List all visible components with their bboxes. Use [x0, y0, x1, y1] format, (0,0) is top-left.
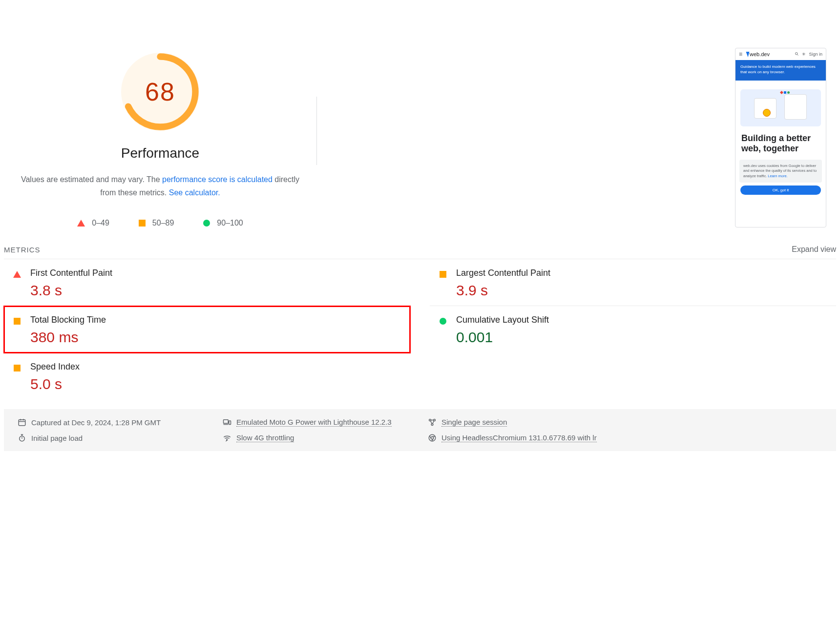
preview-banner: Guidance to build modern web experiences…	[735, 60, 826, 81]
metric-label: Total Blocking Time	[30, 315, 106, 325]
score-calc-link[interactable]: performance score is calculated	[162, 175, 273, 184]
footer-emulated[interactable]: Emulated Moto G Power with Lighthouse 12…	[223, 418, 428, 427]
metrics-column-right: Largest Contentful Paint3.9 sCumulative …	[430, 259, 836, 399]
square-icon	[139, 220, 146, 227]
footer-session[interactable]: Single page session	[428, 418, 822, 427]
metric-row[interactable]: Total Blocking Time380 ms	[4, 306, 410, 353]
triangle-icon	[13, 271, 21, 278]
legend-pass: 90–100	[203, 219, 243, 227]
svg-rect-9	[229, 421, 231, 425]
circle-icon	[440, 318, 446, 325]
metric-value: 3.9 s	[456, 282, 550, 299]
network-check-icon	[223, 433, 231, 442]
performance-score-panel: 68 Performance Values are estimated and …	[4, 4, 316, 227]
triangle-icon	[77, 220, 85, 227]
stopwatch-icon	[18, 433, 26, 442]
desc-text: Values are estimated and may vary. The	[21, 175, 162, 184]
signin-text: Sign in	[809, 52, 822, 57]
page-screenshot-preview: ≡ web.dev ✳ Sign in Guidance to build mo…	[735, 48, 826, 227]
metric-label: First Contentful Paint	[30, 268, 112, 278]
circle-icon	[203, 220, 210, 227]
brightness-icon: ✳	[802, 52, 806, 57]
preview-logo-text: web.dev	[750, 51, 770, 57]
score-description: Values are estimated and may vary. The p…	[4, 173, 316, 199]
metric-label: Largest Contentful Paint	[456, 268, 550, 278]
learn-more-link: Learn more.	[768, 174, 787, 178]
score-legend: 0–49 50–89 90–100	[4, 219, 316, 227]
chrome-icon	[428, 433, 437, 442]
legend-average: 50–89	[139, 219, 174, 227]
square-icon	[14, 365, 21, 371]
metric-row[interactable]: Cumulative Layout Shift0.001	[430, 306, 836, 352]
metric-label: Speed Index	[30, 362, 80, 372]
metric-value: 5.0 s	[30, 376, 80, 392]
svg-point-12	[434, 419, 436, 421]
logo-icon	[745, 52, 750, 57]
score-value: 68	[121, 53, 199, 131]
metric-row[interactable]: Largest Contentful Paint3.9 s	[430, 259, 836, 306]
preview-ok-button: OK, got it	[740, 185, 821, 195]
footer-captured: Captured at Dec 9, 2024, 1:28 PM GMT	[18, 418, 223, 427]
svg-point-11	[429, 419, 431, 421]
metrics-section-title: METRICS	[4, 246, 41, 254]
preview-cookie-notice: web.dev uses cookies from Google to deli…	[739, 160, 822, 183]
devices-icon	[223, 418, 231, 427]
score-title: Performance	[4, 145, 316, 161]
metric-value: 380 ms	[30, 329, 106, 346]
search-icon	[795, 52, 799, 57]
metric-row[interactable]: Speed Index5.0 s	[4, 353, 410, 399]
expand-view-toggle[interactable]: Expand view	[792, 245, 836, 254]
square-icon	[14, 318, 21, 325]
footer-throttling[interactable]: Slow 4G throttling	[223, 433, 428, 442]
metric-label: Cumulative Layout Shift	[456, 315, 549, 325]
environment-footer: Captured at Dec 9, 2024, 1:28 PM GMT Emu…	[4, 409, 836, 451]
metric-value: 3.8 s	[30, 282, 112, 299]
metrics-column-left: First Contentful Paint3.8 sTotal Blockin…	[4, 259, 410, 399]
preview-headline: Building a better web, together	[735, 133, 826, 159]
metrics-grid: First Contentful Paint3.8 sTotal Blockin…	[4, 259, 836, 399]
score-gauge: 68	[121, 53, 199, 131]
network-nodes-icon	[428, 418, 437, 427]
svg-rect-8	[224, 420, 229, 424]
menu-icon: ≡	[739, 51, 742, 58]
svg-rect-4	[19, 420, 25, 426]
calendar-icon	[18, 418, 26, 427]
footer-chromium[interactable]: Using HeadlessChromium 131.0.6778.69 wit…	[428, 433, 822, 442]
legend-fail: 0–49	[77, 219, 109, 227]
svg-line-3	[798, 54, 798, 55]
metric-row[interactable]: First Contentful Paint3.8 s	[4, 259, 410, 306]
svg-point-2	[796, 52, 798, 55]
metric-value: 0.001	[456, 329, 549, 346]
see-calculator-link[interactable]: See calculator.	[169, 188, 220, 197]
square-icon	[440, 271, 446, 278]
preview-illustration	[740, 89, 821, 126]
footer-initial: Initial page load	[18, 433, 223, 442]
